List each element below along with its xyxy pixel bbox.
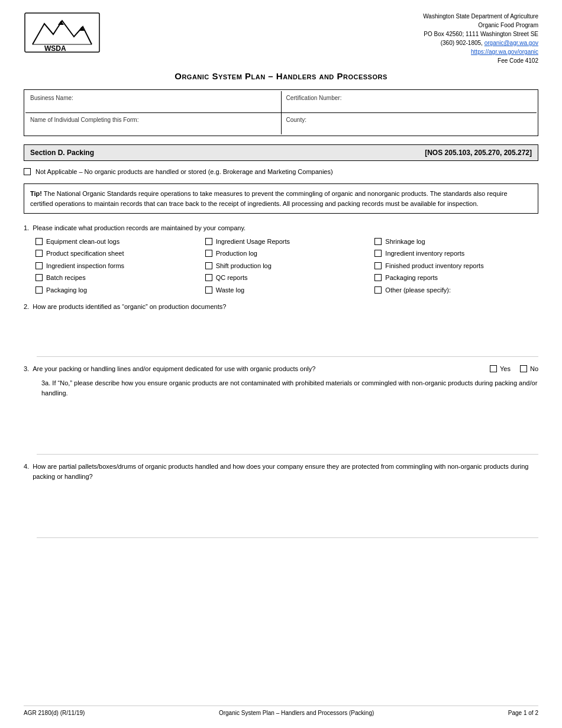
- tip-box: Tip! The National Organic Standards requ…: [24, 183, 538, 214]
- website-link[interactable]: https://agr.wa.gov/organic: [471, 49, 538, 55]
- svg-text:WSDA: WSDA: [44, 44, 66, 53]
- cb-batch-recipes[interactable]: [35, 274, 43, 281]
- footer-form-code: AGR 2180(d) (R/11/19): [24, 710, 85, 716]
- no-label: No: [530, 364, 538, 374]
- checkbox-item: Packaging log: [35, 285, 199, 295]
- cb-waste-log[interactable]: [205, 286, 212, 294]
- agency-info: Washington State Department of Agricultu…: [423, 12, 538, 65]
- checkbox-item: Product specification sheet: [35, 249, 199, 259]
- checkbox-item: Packaging reports: [374, 273, 538, 283]
- checkbox-item: Batch recipes: [35, 273, 199, 283]
- tip-label: Tip!: [30, 190, 42, 197]
- cb-ingredient-inspection[interactable]: [35, 262, 43, 269]
- yes-no-row: Yes No: [490, 364, 538, 374]
- individual-label: Name of Individual Completing this Form:: [30, 117, 276, 123]
- question-4: 4. How are partial pallets/boxes/drums o…: [24, 462, 538, 538]
- footer-page: Page 1 of 2: [508, 710, 538, 716]
- q1-checkboxes: Equipment clean-out logs Ingredient Usag…: [35, 237, 538, 295]
- section-d-header: Section D. Packing [NOS 205.103, 205.270…: [24, 144, 538, 161]
- checkbox-item: Equipment clean-out logs: [35, 237, 199, 247]
- page-title: Organic System Plan – Handlers and Proce…: [24, 71, 538, 81]
- q3a: 3a. If “No,” please describe how you ens…: [41, 378, 538, 398]
- checkbox-item: Shrinkage log: [374, 237, 538, 247]
- checkbox-item: Production log: [205, 249, 369, 259]
- checkbox-item: Other (please specify):: [374, 285, 538, 295]
- yes-checkbox[interactable]: [490, 365, 497, 372]
- cb-shift-production[interactable]: [205, 262, 212, 269]
- q3-text: Are your packing or handling lines and/o…: [33, 364, 315, 374]
- cert-number-label: Certification Number:: [286, 95, 532, 101]
- q4-number: 4.: [24, 462, 29, 481]
- not-applicable-checkbox[interactable]: [24, 168, 31, 175]
- q3a-answer-space: [37, 401, 538, 455]
- q4-text: How are partial pallets/boxes/drums of o…: [33, 462, 538, 481]
- q3-row: 3. Are your packing or handling lines an…: [24, 364, 538, 374]
- question-2: 2. How are products identified as “organ…: [24, 302, 538, 357]
- cb-production-log[interactable]: [205, 250, 212, 257]
- top-form-fields: Business Name: Certification Number: Nam…: [24, 89, 538, 136]
- tip-text: The National Organic Standards require o…: [30, 190, 508, 207]
- q3a-text: If “No,” please describe how you ensure …: [41, 379, 537, 397]
- section-d-title: Section D. Packing: [30, 149, 94, 157]
- cb-other[interactable]: [374, 286, 382, 294]
- footer: AGR 2180(d) (R/11/19) Organic System Pla…: [24, 706, 538, 716]
- checkbox-item: Ingredient inspection forms: [35, 261, 199, 271]
- no-checkbox[interactable]: [520, 365, 527, 372]
- q3a-label: 3a.: [41, 379, 50, 386]
- not-applicable-row: Not Applicable – No organic products are…: [24, 168, 538, 175]
- q4-answer-space: [37, 485, 538, 538]
- county-label: County:: [286, 117, 532, 123]
- email-link[interactable]: organic@agr.wa.gov: [485, 40, 538, 46]
- q1-number: 1.: [24, 223, 29, 233]
- cb-packaging-reports[interactable]: [374, 274, 382, 281]
- question-1: 1. Please indicate what production recor…: [24, 223, 538, 295]
- q3-number: 3.: [24, 364, 29, 374]
- checkbox-item: QC reports: [205, 273, 369, 283]
- checkbox-item: Ingredient inventory reports: [374, 249, 538, 259]
- footer-center-text: Organic System Plan – Handlers and Proce…: [219, 710, 374, 716]
- checkbox-item: Finished product inventory reports: [374, 261, 538, 271]
- q1-text: Please indicate what production records …: [33, 223, 246, 233]
- section-d-reference: [NOS 205.103, 205.270, 205.272]: [425, 149, 532, 157]
- cb-equipment-clean-out[interactable]: [35, 238, 43, 245]
- logo: WSDA: [24, 12, 106, 54]
- q2-number: 2.: [24, 302, 29, 312]
- checkbox-item: Shift production log: [205, 261, 369, 271]
- cb-packaging-log[interactable]: [35, 286, 43, 294]
- cb-ingredient-inventory[interactable]: [374, 250, 382, 257]
- checkbox-item: Ingredient Usage Reports: [205, 237, 369, 247]
- not-applicable-text: Not Applicable – No organic products are…: [35, 168, 333, 175]
- checkbox-item: Waste log: [205, 285, 369, 295]
- business-name-label: Business Name:: [30, 95, 276, 101]
- cb-shrinkage[interactable]: [374, 238, 382, 245]
- q2-answer-space: [37, 315, 538, 357]
- yes-item: Yes: [490, 364, 511, 374]
- header: WSDA Washington State Department of Agri…: [24, 12, 538, 65]
- no-item: No: [520, 364, 538, 374]
- cb-finished-product-inventory[interactable]: [374, 262, 382, 269]
- cb-qc-reports[interactable]: [205, 274, 212, 281]
- q2-text: How are products identified as “organic”…: [33, 302, 226, 312]
- yes-label: Yes: [500, 364, 511, 374]
- cb-product-spec[interactable]: [35, 250, 43, 257]
- cb-ingredient-usage[interactable]: [205, 238, 212, 245]
- question-3: 3. Are your packing or handling lines an…: [24, 364, 538, 455]
